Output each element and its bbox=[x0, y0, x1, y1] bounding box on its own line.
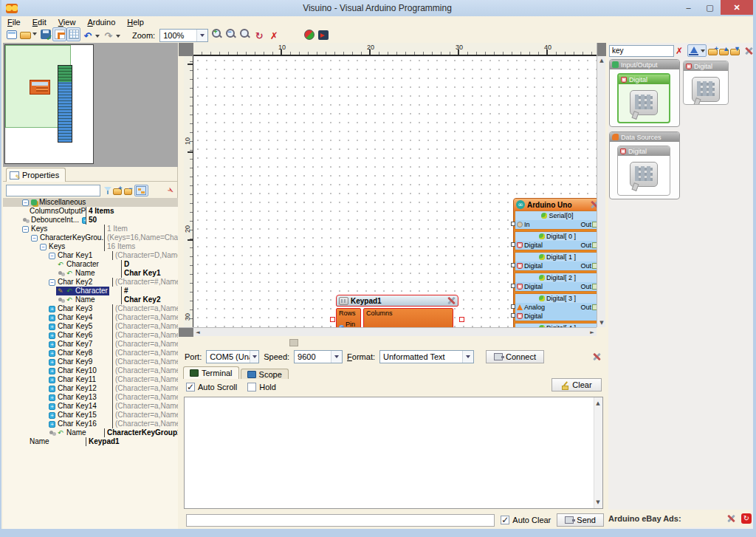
auto-scroll-checkbox[interactable]: Auto Scroll bbox=[186, 383, 237, 391]
property-value[interactable]: (Character=a,Name=... bbox=[112, 411, 178, 420]
pin-row[interactable]: DigitalOut bbox=[515, 261, 597, 270]
tree-row[interactable]: +Char Key10(Character=a,Name=... bbox=[3, 366, 178, 375]
send-button[interactable]: Send bbox=[557, 513, 604, 527]
grid-toggle[interactable] bbox=[66, 27, 80, 41]
undo-button[interactable]: ↶ bbox=[80, 29, 101, 43]
pin-row[interactable]: DigitalOut bbox=[515, 282, 597, 291]
expand-icon[interactable]: + bbox=[49, 306, 55, 312]
tree-row[interactable]: −Char Key1(Character=D,Name=... bbox=[3, 251, 178, 260]
tab-properties[interactable]: Properties bbox=[6, 168, 66, 182]
menu-edit[interactable]: Edit bbox=[32, 18, 47, 27]
collapse-icon[interactable]: − bbox=[31, 235, 38, 242]
close-button[interactable]: ✕ bbox=[721, 0, 753, 15]
terminal-scrollbar[interactable]: ▲ ▼ bbox=[594, 397, 602, 508]
port-combobox[interactable]: COM5 (Unava bbox=[206, 350, 259, 363]
palette-group-data-sources[interactable]: Data SourcesDigital bbox=[609, 131, 680, 199]
delete-button[interactable]: ✗ bbox=[267, 30, 281, 44]
zoom-in-button[interactable]: + bbox=[210, 27, 224, 41]
properties-search-input[interactable] bbox=[6, 185, 100, 196]
tree-row[interactable]: −Keys1 Item bbox=[3, 225, 178, 233]
tree-row[interactable]: ↶NameCharacterKeyGroup1 bbox=[3, 428, 178, 437]
tree-row[interactable]: −Miscellaneous bbox=[3, 198, 178, 207]
chevron-down-icon[interactable] bbox=[462, 351, 473, 363]
tree-row[interactable]: ↶NameChar Key2 bbox=[3, 295, 178, 304]
palette-search-input[interactable] bbox=[609, 45, 674, 57]
expand-categories-icon[interactable]: + bbox=[113, 188, 121, 195]
tree-row[interactable]: −Char Key2(Character=#,Name=... bbox=[3, 278, 178, 287]
tree-row[interactable]: ↶CharacterD bbox=[3, 260, 178, 269]
tree-row[interactable]: +Char Key6(Character=a,Name=... bbox=[3, 331, 178, 340]
property-value[interactable]: (Character=a,Name=... bbox=[112, 384, 178, 393]
expand-icon[interactable]: + bbox=[49, 377, 55, 383]
tree-row[interactable]: +Char Key12(Character=a,Name=... bbox=[3, 384, 178, 393]
expand-icon[interactable]: + bbox=[49, 394, 55, 401]
pin-row[interactable]: DigitalOut bbox=[515, 241, 597, 250]
palette-component-digital[interactable]: Digital bbox=[617, 73, 670, 123]
palette-component-digital[interactable]: Digital bbox=[683, 61, 729, 105]
expand-icon[interactable]: + bbox=[49, 332, 55, 339]
keypad-component[interactable]: Keypad1 RowsPin [0]ColumnsPin [0] bbox=[336, 295, 458, 327]
tree-row[interactable]: +Char Key16(Character=a,Name=... bbox=[3, 420, 178, 428]
zoom-combobox[interactable]: 100% bbox=[159, 29, 208, 42]
selection-handle[interactable] bbox=[459, 317, 464, 322]
tree-row[interactable]: +Char Key4(Character=a,Name=... bbox=[3, 313, 178, 322]
property-value[interactable]: 4 Items bbox=[86, 207, 178, 216]
palette-component-digital[interactable]: Digital bbox=[617, 146, 670, 196]
hold-checkbox[interactable]: Hold bbox=[247, 383, 276, 391]
chevron-down-icon[interactable] bbox=[116, 35, 120, 38]
zoom-out-button[interactable]: − bbox=[224, 27, 238, 41]
speed-combobox[interactable]: 9600 bbox=[294, 350, 343, 363]
new-category-icon[interactable]: + bbox=[708, 49, 718, 55]
compile-button[interactable] bbox=[302, 28, 316, 42]
collapse-all-icon[interactable]: ▼ bbox=[730, 49, 740, 55]
connect-button[interactable]: Connect bbox=[486, 350, 544, 363]
property-value[interactable]: (Character=D,Name=... bbox=[112, 251, 178, 260]
tree-row[interactable]: +Char Key14(Character=a,Name=... bbox=[3, 402, 178, 411]
redo-button[interactable]: ↷ bbox=[101, 29, 122, 43]
expand-icon[interactable]: + bbox=[49, 350, 55, 357]
input-pin-connector[interactable] bbox=[511, 263, 515, 267]
menu-view[interactable]: View bbox=[58, 18, 76, 27]
design-canvas[interactable]: ∞ Arduino Uno Serial[0]InOutDigital[ 0 ]… bbox=[193, 56, 597, 327]
open-button[interactable] bbox=[18, 27, 38, 41]
canvas-horizontal-scrollbar[interactable]: ◄ ► bbox=[179, 327, 597, 336]
filter-icon[interactable] bbox=[103, 185, 111, 196]
collapse-icon[interactable]: − bbox=[40, 244, 47, 250]
pin-row[interactable]: AnalogOut bbox=[515, 303, 597, 312]
chevron-down-icon[interactable] bbox=[331, 351, 342, 363]
property-value[interactable]: Keypad1 bbox=[86, 437, 178, 446]
arduino-settings-icon[interactable] bbox=[590, 200, 597, 209]
refresh-components-button[interactable]: ↻ bbox=[252, 30, 267, 44]
terminal-output[interactable]: ▲ ▼ bbox=[184, 397, 603, 509]
selection-handle[interactable] bbox=[330, 317, 335, 322]
property-value[interactable]: 1 Item bbox=[104, 225, 178, 233]
save-button[interactable] bbox=[38, 27, 52, 41]
property-value[interactable]: (Character=a,Name=... bbox=[112, 393, 178, 402]
expand-icon[interactable]: + bbox=[49, 341, 55, 348]
property-value[interactable]: Char Key2 bbox=[121, 295, 178, 304]
tree-row[interactable]: +Char Key15(Character=a,Name=... bbox=[3, 411, 178, 420]
tree-row[interactable]: −Keys16 Items bbox=[3, 242, 178, 251]
tree-row[interactable]: +Char Key5(Character=a,Name=... bbox=[3, 322, 178, 331]
serial-settings-icon[interactable] bbox=[592, 352, 601, 361]
tab-scope[interactable]: Scope bbox=[241, 369, 289, 379]
property-value[interactable]: (Character=a,Name=... bbox=[112, 322, 178, 331]
property-value[interactable]: (Character=a,Name=... bbox=[112, 402, 178, 411]
panel-splitter[interactable] bbox=[179, 336, 607, 347]
auto-clear-checkbox[interactable]: Auto Clear bbox=[501, 516, 551, 524]
collapse-icon[interactable]: − bbox=[49, 253, 55, 259]
collapse-icon[interactable]: − bbox=[49, 279, 55, 286]
property-value[interactable]: D bbox=[121, 260, 178, 269]
tree-row[interactable]: ✎↶Character# bbox=[3, 287, 178, 295]
scroll-up-icon[interactable]: ▲ bbox=[597, 56, 606, 65]
chevron-down-icon[interactable] bbox=[32, 33, 37, 35]
chevron-down-icon[interactable] bbox=[250, 351, 258, 363]
ads-logo-icon[interactable]: ↻ bbox=[741, 513, 752, 524]
expand-icon[interactable]: + bbox=[49, 403, 55, 410]
expand-icon[interactable]: + bbox=[49, 386, 55, 392]
tree-row[interactable]: +Char Key9(Character=a,Name=... bbox=[3, 358, 178, 366]
canvas-vertical-scrollbar[interactable]: ▲ ▼ bbox=[597, 43, 605, 327]
checkbox-unchecked-icon[interactable] bbox=[247, 383, 256, 391]
property-value[interactable]: 50 bbox=[86, 216, 178, 225]
scroll-up-icon[interactable]: ▲ bbox=[594, 399, 602, 408]
